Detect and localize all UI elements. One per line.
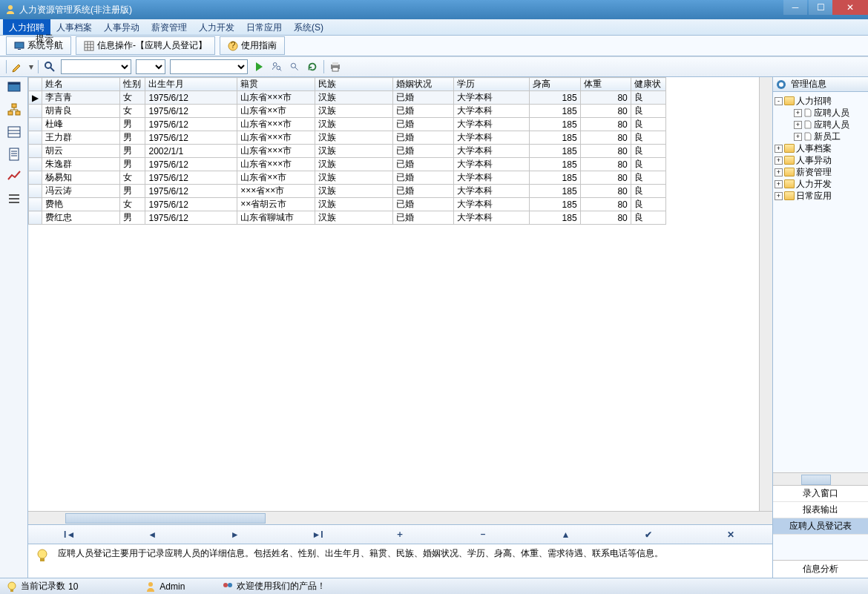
right-panel: 管理信息 -人力招聘+应聘人员+应聘人员+新员工+人事档案+人事异动+薪资管理+… [773, 77, 868, 578]
maximize-button[interactable]: ☐ [809, 0, 832, 15]
list-icon[interactable] [7, 191, 22, 206]
table-row[interactable]: 朱逸群男1975/6/12山东省×××市汉族已婚大学本科18580良 [29, 158, 666, 171]
column-header[interactable]: 姓名 [42, 78, 120, 91]
right-list-item[interactable]: 应聘人员登记表 [773, 518, 868, 535]
column-header[interactable]: 身高 [530, 78, 580, 91]
vertical-scrollbar[interactable] [759, 77, 772, 511]
status-bar: 当前记录数 10 Admin 欢迎使用我们的产品！ [0, 578, 868, 594]
svg-rect-38 [9, 202, 19, 203]
tree-h-scrollbar[interactable] [773, 472, 868, 486]
column-header[interactable]: 学历 [453, 78, 530, 91]
column-header[interactable]: 出生年月 [145, 78, 237, 91]
tree-toggle[interactable]: + [775, 145, 783, 153]
table-row[interactable]: ▶ 李言青女1975/6/12山东省×××市汉族已婚大学本科18580良 [29, 91, 666, 105]
nav-first-button[interactable]: I◄ [61, 527, 79, 542]
tab-guide[interactable]: ? 使用指南 [220, 36, 285, 55]
zoom-icon[interactable] [288, 60, 301, 73]
tab-info-op[interactable]: 信息操作-【应聘人员登记】 [76, 36, 215, 55]
pencil-icon[interactable] [11, 60, 24, 73]
tree-toggle[interactable]: + [794, 121, 802, 129]
svg-text:?: ? [231, 41, 236, 50]
tree-node-label[interactable]: 应聘人员 [814, 119, 849, 131]
tree-node-label[interactable]: 应聘人员 [814, 107, 849, 119]
tree-toggle[interactable]: + [775, 156, 783, 165]
tab-guide-label: 使用指南 [241, 39, 277, 52]
monitor-icon [14, 41, 24, 51]
tree-node-label[interactable]: 人事档案 [796, 142, 832, 154]
menu-hr-dev[interactable]: 人力开发 [193, 19, 240, 35]
refresh-icon[interactable] [306, 60, 319, 73]
org-chart-icon[interactable] [7, 102, 22, 117]
play-icon[interactable] [252, 60, 266, 73]
document-icon[interactable] [7, 147, 22, 162]
table-row[interactable]: 王力群男1975/6/12山东省×××市汉族已婚大学本科18580良 [29, 131, 666, 145]
tree-node-label[interactable]: 薪资管理 [796, 166, 832, 178]
minimize-button[interactable]: ─ [783, 0, 807, 15]
svg-point-12 [273, 63, 277, 67]
menu-system[interactable]: 系统(S) [288, 19, 329, 35]
nav-tree[interactable]: -人力招聘+应聘人员+应聘人员+新员工+人事档案+人事异动+薪资管理+人力开发+… [773, 92, 868, 472]
nav-last-button[interactable]: ►I [309, 527, 326, 542]
folder-icon [784, 191, 795, 200]
nav-edit-button[interactable]: ▲ [556, 527, 574, 542]
menu-daily[interactable]: 日常应用 [240, 19, 288, 35]
tree-toggle[interactable]: - [775, 97, 783, 105]
close-button[interactable]: ✕ [832, 0, 868, 15]
filter-value-combo[interactable] [170, 59, 248, 74]
right-list-item[interactable]: 报表输出 [773, 502, 868, 518]
search-person-icon[interactable] [270, 60, 283, 73]
hint-text: 应聘人员登记主要用于记录应聘人员的详细信息。包括姓名、性别、出生年月、籍贯、民族… [58, 547, 663, 560]
user-icon [145, 581, 157, 593]
svg-rect-36 [9, 194, 19, 196]
svg-rect-19 [332, 67, 338, 71]
menu-salary[interactable]: 薪资管理 [145, 19, 193, 35]
table-icon[interactable] [7, 125, 22, 139]
right-footer[interactable]: 信息分析 [773, 560, 868, 578]
column-header[interactable]: 婚姻状况 [392, 78, 453, 91]
tree-toggle[interactable]: + [794, 109, 802, 117]
table-row[interactable]: 费艳女1975/6/12××省胡云市汉族已婚大学本科18580良 [29, 198, 666, 211]
nav-cancel-button[interactable]: ✕ [722, 527, 740, 542]
data-grid[interactable]: 姓名性别出生年月籍贯民族婚姻状况学历身高体重健康状 ▶ 李言青女1975/6/1… [28, 77, 772, 511]
nav-next-button[interactable]: ► [226, 527, 244, 542]
tree-toggle[interactable]: + [775, 168, 783, 176]
table-row[interactable]: 费红忠男1975/6/12山东省聊城市汉族已婚大学本科18580良 [29, 211, 666, 225]
window-icon[interactable] [7, 80, 22, 95]
nav-add-button[interactable]: ＋ [391, 527, 409, 542]
table-row[interactable]: 冯云涛男1975/6/12×××省××市汉族已婚大学本科18580良 [29, 185, 666, 198]
filter-op-combo[interactable] [136, 59, 165, 74]
chart-icon[interactable] [7, 169, 22, 184]
tree-node-label[interactable]: 新员工 [814, 131, 841, 142]
table-row[interactable]: 胡青良女1975/6/12山东省××市汉族已婚大学本科18580良 [29, 105, 666, 118]
svg-rect-3 [85, 42, 93, 50]
table-row[interactable]: 杨易知女1975/6/12山东省××市汉族已婚大学本科18580良 [29, 171, 666, 185]
table-row[interactable]: 胡云男2002/1/1山东省×××市汉族已婚大学本科18580良 [29, 145, 666, 158]
horizontal-scrollbar[interactable] [28, 511, 772, 524]
printer-icon[interactable] [329, 60, 342, 73]
nav-prev-button[interactable]: ◄ [143, 527, 161, 542]
column-header[interactable]: 健康状 [631, 78, 665, 91]
tree-node-label[interactable]: 人力开发 [796, 178, 832, 190]
tree-toggle[interactable]: + [775, 180, 783, 188]
column-header[interactable]: 体重 [580, 78, 631, 91]
column-header[interactable]: 籍贯 [237, 78, 315, 91]
lightbulb-icon [34, 547, 50, 564]
tab-bar: 系统导航 信息操作-【应聘人员登记】 ? 使用指南 [0, 36, 868, 56]
filter-field-combo[interactable] [61, 59, 131, 74]
tree-node-label[interactable]: 日常应用 [796, 190, 832, 202]
menu-personnel-file[interactable]: 人事档案 [50, 19, 98, 35]
tree-node-label[interactable]: 人力招聘 [796, 95, 832, 107]
table-row[interactable]: 杜峰男1975/6/12山东省×××市汉族已婚大学本科18580良 [29, 118, 666, 131]
magnifier-icon[interactable] [43, 60, 56, 73]
column-header[interactable]: 民族 [315, 78, 393, 91]
folder-icon [784, 168, 795, 176]
column-header[interactable]: 性别 [119, 78, 145, 91]
right-list-item[interactable]: 录入窗口 [773, 486, 868, 502]
nav-delete-button[interactable]: － [474, 527, 492, 542]
tree-node-label[interactable]: 人事异动 [796, 154, 832, 166]
file-icon [803, 108, 812, 117]
tree-toggle[interactable]: + [794, 133, 802, 141]
tree-toggle[interactable]: + [775, 192, 783, 200]
menu-personnel-change[interactable]: 人事异动 [98, 19, 145, 35]
nav-post-button[interactable]: ✔ [640, 527, 657, 542]
